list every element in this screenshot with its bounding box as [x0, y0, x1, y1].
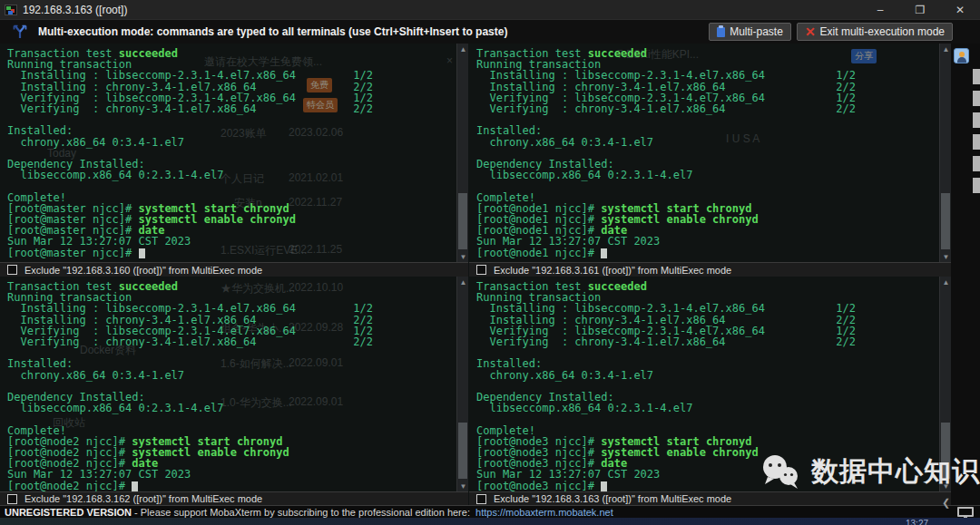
terminal-line: libseccomp.x86_64 0:2.3.1-4.el7	[476, 170, 939, 180]
terminal-line: Installing : chrony-3.4-1.el7.x86_642/2	[476, 315, 939, 326]
exclude-row: Exclude "192.168.3.160 ([root])" from Mu…	[0, 262, 468, 277]
terminal-line: Installed:	[476, 125, 939, 136]
exclude-label[interactable]: Exclude "192.168.3.162 ([root])" from Mu…	[24, 493, 262, 504]
exclude-label[interactable]: Exclude "192.168.3.161 ([root])" from Mu…	[494, 265, 731, 276]
unregistered-version-label: UNREGISTERED VERSION	[5, 507, 132, 518]
fork-icon	[13, 24, 27, 40]
mobaxterm-window: 192.168.3.163 ([root]) – ❐ ✕ Multi-execu…	[0, 0, 980, 525]
multi-exec-banner: Multi-execution mode: commands are typed…	[0, 19, 980, 44]
edge-tab-button	[973, 91, 980, 106]
terminal-line: Installing : libseccomp-2.3.1-4.el7.x86_…	[7, 70, 456, 81]
scrollbar[interactable]: ▲ ▼	[456, 44, 468, 262]
edge-tab-button	[973, 178, 980, 193]
taskbar-clock: 13:27	[906, 519, 928, 525]
scroll-thumb[interactable]	[458, 193, 467, 249]
close-button[interactable]: ✕	[940, 0, 980, 19]
exclude-label[interactable]: Exclude "192.168.3.160 ([root])" from Mu…	[24, 265, 262, 276]
terminal-line: Complete!	[7, 192, 456, 203]
terminal-cursor	[601, 248, 607, 258]
progress-fraction: 2/2	[353, 103, 373, 114]
terminal-line	[7, 413, 456, 424]
window-title: 192.168.3.163 ([root])	[23, 4, 127, 16]
terminal-line: Complete!	[476, 192, 939, 203]
terminal-line: Verifying : chrony-3.4-1.el7.x86_642/2	[7, 336, 456, 347]
exclude-checkbox[interactable]	[7, 494, 17, 504]
exclude-row: Exclude "192.168.3.161 ([root])" from Mu…	[469, 262, 951, 277]
exclude-row: Exclude "192.168.3.162 ([root])" from Mu…	[0, 491, 468, 505]
terminal-line	[7, 114, 456, 125]
exit-multi-exec-button[interactable]: ✕ Exit multi-execution mode	[797, 23, 953, 41]
exclude-label[interactable]: Exclude "192.168.3.163 ([root])" from Mu…	[494, 493, 731, 504]
exclude-checkbox[interactable]	[7, 265, 17, 275]
terminal-line: Installing : chrony-3.4-1.el7.x86_642/2	[7, 82, 456, 92]
multi-exec-message: Multi-execution mode: commands are typed…	[38, 25, 507, 38]
terminal-line: chrony.x86_64 0:3.4-1.el7	[7, 137, 456, 148]
scroll-up-icon[interactable]: ▲	[457, 44, 469, 54]
status-message: - Please support MobaXterm by subscribin…	[132, 507, 475, 518]
scrollbar[interactable]: ▲ ▼	[456, 277, 468, 491]
terminal-line: Installing : libseccomp-2.3.1-4.el7.x86_…	[476, 70, 939, 81]
terminal-line: libseccomp.x86_64 0:2.3.1-4.el7	[7, 170, 456, 180]
multi-paste-button[interactable]: Multi-paste	[709, 23, 791, 41]
terminal-line: Installing : libseccomp-2.3.1-4.el7.x86_…	[7, 303, 456, 314]
scroll-thumb[interactable]	[941, 193, 950, 249]
progress-fraction: 2/2	[353, 315, 373, 326]
terminal-line	[7, 180, 456, 191]
terminal-line: Verifying : chrony-3.4-1.el7.x86_642/2	[476, 336, 939, 347]
title-bar: 192.168.3.163 ([root]) – ❐ ✕	[0, 0, 980, 19]
progress-fraction: 2/2	[836, 103, 856, 114]
progress-fraction: 1/2	[353, 303, 373, 314]
progress-fraction: 2/2	[836, 336, 856, 347]
terminal-line: Installing : chrony-3.4-1.el7.x86_642/2	[7, 315, 456, 326]
terminal-line: [root@node1 njcc]#	[476, 248, 939, 258]
avatar-icon	[954, 48, 969, 63]
scroll-up-icon[interactable]: ▲	[457, 277, 469, 287]
restore-button[interactable]: ❐	[900, 0, 940, 19]
terminal-output[interactable]: Transaction test succeededRunning transa…	[0, 44, 468, 262]
exclude-checkbox[interactable]	[476, 494, 486, 504]
terminal-line	[7, 347, 456, 358]
minimize-button[interactable]: –	[860, 0, 900, 19]
terminal-line: chrony.x86_64 0:3.4-1.el7	[476, 370, 939, 381]
terminal-output[interactable]: Transaction test succeededRunning transa…	[469, 44, 951, 262]
terminal-line	[476, 114, 939, 125]
watermark-text: 数据中心知识	[811, 453, 980, 491]
scroll-down-icon[interactable]: ▼	[457, 481, 469, 491]
progress-fraction: 1/2	[836, 70, 856, 81]
terminal-line: Verifying : chrony-3.4-1.el7.x86_642/2	[7, 103, 456, 114]
chevron-left-icon: ❮	[942, 497, 950, 509]
terminal-output[interactable]: Transaction test succeededRunning transa…	[0, 277, 468, 491]
edge-tab-button	[973, 69, 980, 84]
terminal-line: Verifying : chrony-3.4-1.el7.x86_642/2	[476, 103, 939, 114]
scrollbar[interactable]: ▲ ▼	[939, 44, 951, 262]
terminal-line: Installed:	[7, 125, 456, 136]
terminal-line: [root@master njcc]#	[7, 248, 456, 258]
status-bar: UNREGISTERED VERSION - Please support Mo…	[0, 505, 980, 518]
terminal-line: Complete!	[7, 425, 456, 436]
progress-fraction: 1/2	[836, 303, 856, 314]
edge-tab-button	[973, 134, 980, 150]
progress-fraction: 2/2	[836, 315, 856, 326]
terminal-pane-node1: Transaction test succeededRunning transa…	[469, 44, 951, 262]
edge-tab-button	[973, 112, 980, 128]
progress-fraction: 2/2	[353, 82, 373, 92]
terminal-line: Installing : libseccomp-2.3.1-4.el7.x86_…	[476, 303, 939, 314]
red-x-icon: ✕	[805, 25, 816, 38]
monitor-icon	[957, 507, 974, 517]
scroll-thumb[interactable]	[458, 423, 467, 479]
watermark: 数据中心知识	[760, 453, 980, 491]
scroll-down-icon[interactable]: ▼	[457, 251, 469, 262]
terminal-line: libseccomp.x86_64 0:2.3.1-4.el7	[7, 403, 456, 413]
exclude-checkbox[interactable]	[476, 265, 486, 275]
terminal-line: chrony.x86_64 0:3.4-1.el7	[7, 370, 456, 381]
terminal-line: Complete!	[476, 425, 939, 436]
terminal-line: Sun Mar 12 13:27:07 CST 2023	[7, 469, 456, 480]
terminal-cursor	[601, 481, 607, 491]
terminal-line: libseccomp.x86_64 0:2.3.1-4.el7	[476, 403, 939, 413]
exit-multi-exec-label: Exit multi-execution mode	[820, 25, 945, 38]
terminal-pane-master: Transaction test succeededRunning transa…	[0, 44, 468, 262]
taskbar-sliver: 13:27	[0, 518, 980, 525]
clipboard-icon	[717, 27, 725, 37]
mobatek-link[interactable]: https://mobaxterm.mobatek.net	[475, 507, 613, 518]
terminal-line: Installing : chrony-3.4-1.el7.x86_642/2	[476, 82, 939, 92]
